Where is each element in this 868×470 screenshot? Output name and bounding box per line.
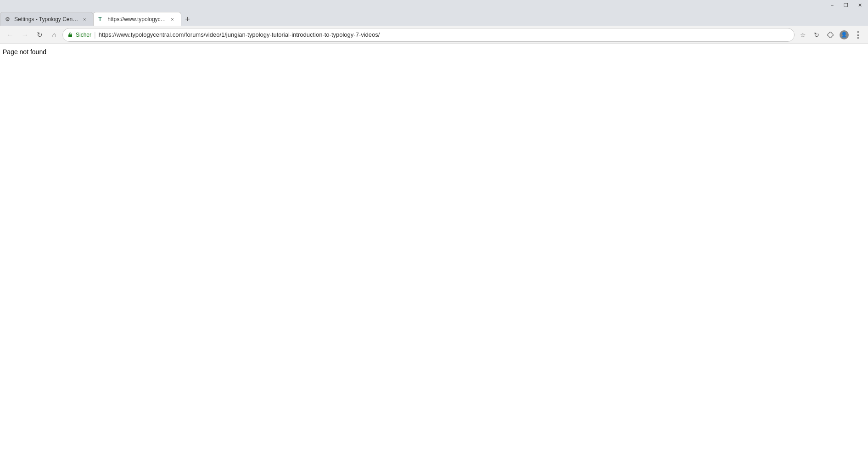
tab-bar: ⚙ Settings - Typology Cen… × T https://w…: [0, 10, 868, 26]
secure-label: Sicher: [76, 32, 91, 38]
svg-rect-0: [68, 34, 72, 37]
extensions-button[interactable]: [824, 28, 837, 41]
nav-right-icons: ☆ ↻ 👤 ⋮: [796, 28, 864, 41]
refresh-page-button[interactable]: ↻: [810, 28, 823, 41]
address-input[interactable]: [99, 31, 790, 38]
page-not-found-text: Page not found: [3, 48, 46, 56]
profile-avatar: 👤: [840, 30, 849, 39]
refresh-button[interactable]: ↻: [33, 28, 46, 41]
new-tab-button[interactable]: +: [181, 13, 194, 26]
menu-button[interactable]: ⋮: [851, 28, 864, 41]
tab-title-typology: https://www.typologyc…: [107, 16, 166, 22]
browser-chrome: − ❐ ✕ ⚙ Settings - Typology Cen… × T htt…: [0, 0, 868, 44]
address-separator: |: [94, 31, 96, 39]
restore-button[interactable]: ❐: [840, 1, 852, 9]
title-bar: − ❐ ✕: [0, 0, 868, 10]
tab-typology[interactable]: T https://www.typologyc… ×: [93, 12, 181, 26]
tab-favicon-settings: ⚙: [5, 16, 11, 22]
nav-bar: ← → ↻ ⌂ Sicher | ☆ ↻: [0, 26, 868, 44]
page-content: Page not found: [0, 44, 868, 470]
back-button[interactable]: ←: [4, 28, 17, 41]
minimize-button[interactable]: −: [826, 1, 839, 9]
bookmark-button[interactable]: ☆: [796, 28, 809, 41]
tab-title-settings: Settings - Typology Cen…: [14, 16, 78, 22]
close-button[interactable]: ✕: [853, 1, 866, 9]
tab-favicon-typology: T: [98, 16, 105, 22]
address-bar[interactable]: Sicher |: [62, 28, 795, 42]
forward-button[interactable]: →: [18, 28, 31, 41]
home-button[interactable]: ⌂: [48, 28, 61, 41]
tab-close-settings[interactable]: ×: [81, 16, 88, 23]
profile-button[interactable]: 👤: [838, 28, 851, 41]
tab-close-typology[interactable]: ×: [169, 16, 176, 23]
window-controls: − ❐ ✕: [826, 1, 866, 9]
tab-settings[interactable]: ⚙ Settings - Typology Cen… ×: [0, 12, 93, 26]
secure-icon: [67, 32, 73, 38]
